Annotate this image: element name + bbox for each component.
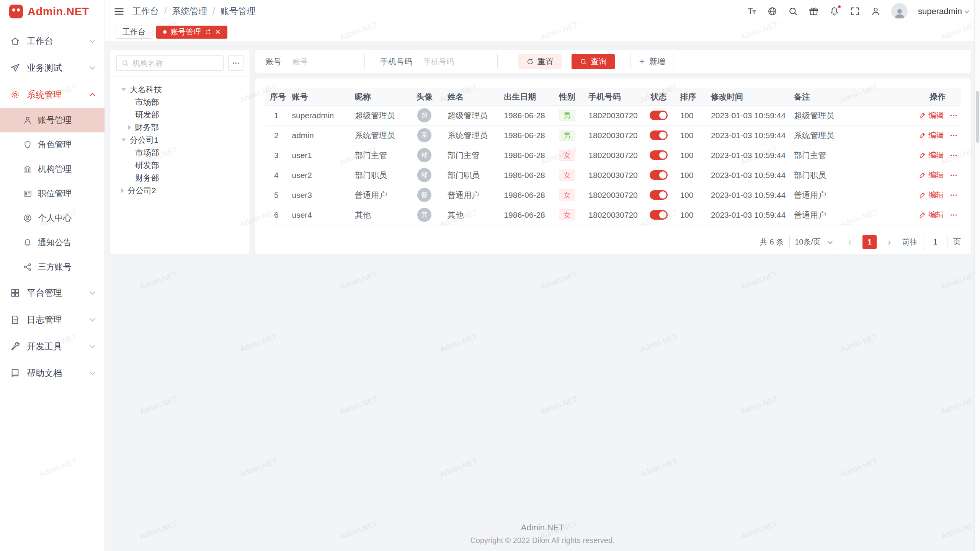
sidebar-item-dev-tools[interactable]: 开发工具: [0, 333, 105, 360]
col-nickname: 昵称: [350, 88, 406, 106]
fullscreen-icon[interactable]: [850, 6, 860, 16]
close-icon[interactable]: ×: [215, 27, 220, 36]
status-toggle[interactable]: [650, 170, 668, 180]
phone-filter-label: 手机号码: [380, 56, 412, 67]
more-actions-icon[interactable]: [949, 191, 958, 199]
table-row: 3 user1 部门主管 部 部门主管 1986-06-28 女 1802003…: [265, 145, 961, 165]
tree-node[interactable]: 大名科技: [114, 83, 246, 96]
cell-birthdate: 1986-06-28: [499, 106, 550, 126]
phone-filter-input[interactable]: [418, 54, 498, 69]
sidebar-item-account-management[interactable]: 账号管理: [0, 108, 105, 132]
tree-node[interactable]: 市场部: [114, 146, 246, 159]
hamburger-menu-icon[interactable]: [113, 6, 125, 17]
tree-node[interactable]: 市场部: [114, 96, 246, 108]
scrollbar-thumb[interactable]: [976, 91, 979, 143]
col-index: 序号: [265, 88, 287, 106]
add-button[interactable]: 新增: [630, 54, 673, 69]
tree-node[interactable]: 分公司2: [114, 184, 246, 197]
edit-button[interactable]: 编辑: [919, 150, 944, 160]
col-status: 状态: [642, 88, 676, 106]
edit-button[interactable]: 编辑: [919, 170, 944, 180]
avatar: 系: [417, 128, 431, 142]
status-toggle[interactable]: [650, 150, 668, 160]
status-toggle[interactable]: [650, 130, 668, 140]
caret-right-icon[interactable]: [121, 188, 124, 193]
caret-right-icon[interactable]: [128, 125, 131, 130]
avatar: 其: [417, 208, 431, 222]
cell-sort: 100: [675, 165, 706, 185]
ellipsis-icon: [232, 59, 240, 67]
cell-sort: 100: [675, 145, 706, 165]
sidebar-item-label: 系统管理: [27, 89, 62, 101]
app-logo[interactable]: Admin.NET: [0, 0, 105, 23]
status-toggle[interactable]: [650, 210, 668, 220]
sidebar-item-help-docs[interactable]: 帮助文档: [0, 360, 105, 386]
sidebar-item-position-management[interactable]: 职位管理: [0, 181, 105, 206]
more-actions-icon[interactable]: [949, 171, 958, 179]
page-number-active[interactable]: 1: [862, 235, 877, 249]
sidebar-item-workbench[interactable]: 工作台: [0, 28, 105, 54]
notifications-bell-icon[interactable]: [829, 6, 840, 16]
col-phone: 手机号码: [584, 88, 642, 106]
sidebar-item-personal-center[interactable]: 个人中心: [0, 206, 105, 230]
tab-workbench[interactable]: 工作台: [116, 26, 152, 39]
tab-account-management[interactable]: 账号管理 ×: [156, 26, 227, 39]
status-toggle[interactable]: [650, 190, 668, 200]
theme-gift-icon[interactable]: [808, 6, 819, 16]
user-menu[interactable]: superadmin: [918, 7, 969, 16]
font-size-icon[interactable]: [746, 6, 757, 16]
tree-node[interactable]: 财务部: [114, 171, 246, 184]
sidebar-item-log-management[interactable]: 日志管理: [0, 306, 105, 333]
org-more-button[interactable]: [228, 55, 243, 71]
edit-button[interactable]: 编辑: [919, 210, 944, 220]
plus-icon: [638, 58, 646, 65]
search-icon[interactable]: [788, 6, 798, 16]
logo-icon: [9, 5, 23, 18]
home-icon: [10, 36, 20, 46]
chevron-down-icon: [90, 316, 96, 322]
more-actions-icon[interactable]: [949, 111, 958, 120]
sidebar-item-third-party-account[interactable]: 三方账号: [0, 255, 105, 279]
chevron-up-icon: [90, 93, 96, 99]
sidebar-item-notice[interactable]: 通知公告: [0, 230, 105, 255]
tabbar: 工作台 账号管理 ×: [105, 23, 980, 41]
reset-button[interactable]: 重置: [518, 54, 562, 69]
page-size-select[interactable]: 10条/页: [789, 235, 837, 249]
more-actions-icon[interactable]: [949, 131, 958, 140]
tree-node[interactable]: 分公司1: [114, 134, 246, 146]
status-toggle[interactable]: [650, 111, 668, 120]
cell-name: 部门职员: [443, 165, 499, 185]
sidebar-subitem-label: 职位管理: [38, 188, 72, 199]
next-page-button[interactable]: ›: [882, 235, 896, 249]
language-globe-icon[interactable]: [767, 6, 777, 16]
goto-page-input[interactable]: [923, 235, 947, 249]
prev-page-button[interactable]: ‹: [843, 235, 857, 249]
edit-button[interactable]: 编辑: [919, 110, 944, 121]
tree-node[interactable]: 研发部: [114, 159, 246, 171]
edit-button[interactable]: 编辑: [919, 130, 944, 140]
account-filter-input[interactable]: [287, 54, 365, 69]
more-actions-icon[interactable]: [949, 211, 958, 219]
edit-button[interactable]: 编辑: [919, 190, 944, 200]
caret-down-icon[interactable]: [121, 139, 126, 142]
col-gender: 性别: [550, 88, 584, 106]
sidebar-item-business-test[interactable]: 业务测试: [0, 54, 105, 81]
sidebar-item-org-management[interactable]: 机构管理: [0, 157, 105, 181]
cell-name: 其他: [443, 205, 499, 225]
caret-down-icon[interactable]: [121, 88, 126, 91]
org-search-input[interactable]: [132, 59, 219, 68]
avatar: 部: [417, 148, 431, 162]
sidebar-item-system-management[interactable]: 系统管理: [0, 81, 105, 108]
sidebar-item-platform-management[interactable]: 平台管理: [0, 279, 105, 306]
refresh-icon[interactable]: [205, 29, 211, 35]
breadcrumb-item[interactable]: 工作台: [132, 5, 159, 17]
tree-node[interactable]: 研发部: [114, 108, 246, 121]
query-button[interactable]: 查询: [572, 54, 615, 69]
cell-account: user3: [287, 185, 350, 205]
breadcrumb-item[interactable]: 系统管理: [172, 5, 207, 17]
more-actions-icon[interactable]: [949, 151, 958, 160]
tree-node[interactable]: 财务部: [114, 121, 246, 134]
sidebar-item-role-management[interactable]: 角色管理: [0, 132, 105, 157]
lock-user-icon[interactable]: [871, 6, 881, 16]
avatar[interactable]: [891, 3, 908, 20]
